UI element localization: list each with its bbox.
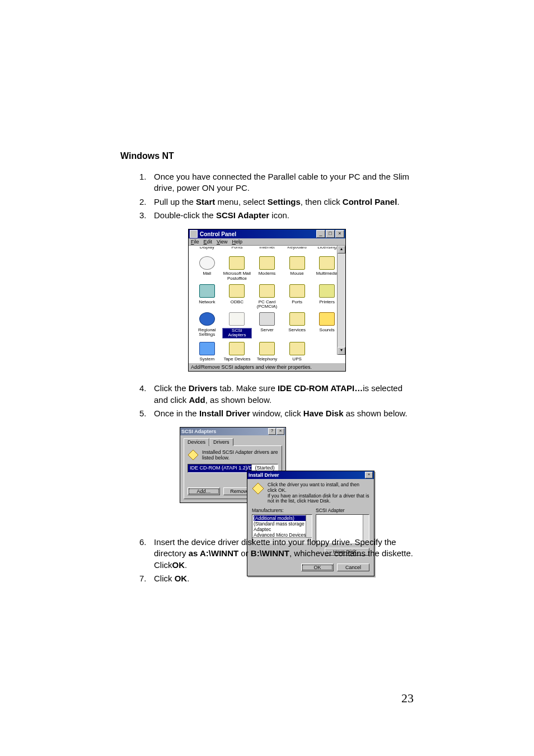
b: OK	[172, 560, 185, 570]
tab-drivers[interactable]: Drivers	[209, 438, 233, 446]
close-button[interactable]: ×	[365, 472, 373, 478]
scsi-title-text: SCSI Adapters	[181, 429, 268, 434]
b: Install Driver	[199, 408, 250, 418]
menu-view[interactable]: View	[217, 239, 227, 245]
menu-help[interactable]: Help	[232, 239, 242, 245]
t: or	[238, 548, 251, 558]
cp-label: UPS	[282, 357, 312, 361]
b: SCSI Adapter	[216, 210, 269, 220]
menu-file[interactable]: File	[191, 239, 199, 245]
mfr-option[interactable]: (Standard mass storage co	[254, 521, 311, 527]
cp-item-server[interactable]: Server	[252, 311, 282, 339]
cp-item-ms-mail-postoffice[interactable]: Microsoft Mail Postoffice	[222, 255, 252, 282]
control-panel-body: ▴ ▾ Display Fonts Internet Keyboard Lice…	[189, 246, 345, 363]
cp-item-ups[interactable]: UPS	[282, 341, 312, 363]
cp-item-scsi-adapters[interactable]: SCSI Adapters	[222, 311, 252, 339]
cp-item-pccard[interactable]: PC Card (PCMCIA)	[252, 283, 282, 310]
control-panel-icon	[190, 230, 198, 238]
cp-item-odbc[interactable]: ODBC	[222, 283, 252, 310]
mfr-option[interactable]: (Additional models)	[254, 515, 311, 521]
cp-label: Internet	[252, 247, 282, 250]
section-heading: Windows NT	[120, 151, 414, 161]
minimize-button[interactable]: _	[316, 230, 325, 238]
install-title-text: Install Driver	[249, 472, 364, 478]
cp-label: Modems	[252, 271, 282, 276]
cp-item-network[interactable]: Network	[192, 283, 222, 310]
cp-item-licensing[interactable]: Licensing	[312, 247, 342, 251]
mouse-icon	[289, 256, 305, 270]
t: Click	[154, 574, 175, 583]
ups-icon	[289, 342, 305, 355]
cp-item-modems[interactable]: Modems	[252, 255, 282, 282]
scsi-and-install-screenshot: SCSI Adapters ? × Devices Drivers Instal…	[180, 427, 354, 503]
scsi-info-text: Installed SCSI Adapter drivers are liste…	[202, 449, 278, 461]
scsi-selected-driver[interactable]: IDE CD-ROM (ATAPI 1.2)/Dual-channel PCI …	[188, 464, 251, 472]
cp-label: Mouse	[282, 271, 312, 276]
step-1: Once you have connected the Parallel cab…	[139, 171, 414, 194]
telephony-icon	[259, 342, 275, 355]
step-5: Once in the Install Driver window, click…	[139, 408, 414, 419]
menu-edit[interactable]: Edit	[204, 239, 213, 245]
b: as A:\WINNT	[189, 548, 238, 558]
vertical-scrollbar[interactable]: ▴ ▾	[337, 246, 345, 355]
step-6: Insert the device driver diskette into y…	[139, 537, 414, 571]
cp-item-telephony[interactable]: Telephony	[252, 341, 282, 363]
cp-item-mail[interactable]: Mail	[192, 255, 222, 282]
cp-label: SCSI Adapters	[222, 328, 252, 339]
t: .	[185, 560, 187, 570]
status-text: Add/Remove SCSI adapters and view their …	[191, 364, 312, 370]
maximize-button[interactable]: □	[326, 230, 335, 238]
status-bar: Add/Remove SCSI adapters and view their …	[189, 363, 345, 371]
titlebar[interactable]: Control Panel _ □ ×	[189, 229, 345, 238]
b: Drivers	[189, 383, 218, 393]
b: Have Disk	[303, 408, 344, 418]
scsi-titlebar[interactable]: SCSI Adapters ? ×	[180, 428, 285, 435]
cp-label: System	[192, 357, 222, 361]
pccard-icon	[259, 284, 275, 298]
cp-label: Tape Devices	[222, 357, 252, 361]
scsi-adapters-icon	[229, 312, 245, 326]
step-3: Double-click the SCSI Adapter icon.	[139, 210, 414, 221]
t: Once in the	[154, 408, 199, 418]
menubar: File Edit View Help	[189, 238, 345, 246]
tab-devices[interactable]: Devices	[184, 438, 209, 446]
printers-icon	[319, 284, 335, 298]
cp-item-fonts[interactable]: Fonts	[222, 247, 252, 251]
page-number: 23	[401, 691, 414, 706]
manufacturers-label: Manufacturers:	[252, 508, 312, 513]
cp-item-mouse[interactable]: Mouse	[282, 255, 312, 282]
close-button[interactable]: ×	[335, 230, 344, 238]
scsi-info-icon	[188, 449, 199, 461]
cp-label: Fonts	[222, 247, 252, 250]
cp-label: PC Card (PCMCIA)	[252, 300, 282, 309]
b: B:\WINNT	[251, 548, 289, 558]
t: Double-click the	[154, 210, 216, 220]
cp-label: Server	[252, 328, 282, 332]
scroll-down-button[interactable]: ▾	[338, 347, 345, 355]
cp-item-tape[interactable]: Tape Devices	[222, 341, 252, 363]
cp-item-display[interactable]: Display	[192, 247, 222, 251]
install-info-text: Click the driver you want to install, an…	[268, 482, 369, 504]
cp-item-regional[interactable]: Regional Settings	[192, 311, 222, 339]
step-4: Click the Drivers tab. Make sure IDE CD-…	[139, 383, 414, 406]
install-titlebar[interactable]: Install Driver ×	[247, 471, 374, 479]
cp-item-system[interactable]: System	[192, 341, 222, 363]
step-7: Click OK.	[139, 573, 414, 584]
cp-item-keyboard[interactable]: Keyboard	[282, 247, 312, 251]
help-button[interactable]: ?	[268, 428, 276, 435]
system-icon	[199, 342, 215, 355]
tape-icon	[229, 342, 245, 355]
cp-label: Display	[192, 247, 222, 250]
t: Pull up the	[154, 197, 196, 206]
cp-item-services[interactable]: Services	[282, 311, 312, 339]
cp-item-internet[interactable]: Internet	[252, 247, 282, 251]
cp-item-ports[interactable]: Ports	[282, 283, 312, 310]
t: icon.	[269, 210, 289, 220]
close-button[interactable]: ×	[277, 428, 284, 435]
add-button[interactable]: Add…	[188, 487, 220, 495]
step-2: Pull up the Start menu, select Settings,…	[139, 196, 414, 208]
cp-label: Microsoft Mail Postoffice	[222, 271, 252, 281]
t: , then click	[301, 197, 343, 206]
t: as shown below.	[344, 408, 407, 418]
mfr-option[interactable]: Adaptec	[254, 527, 311, 532]
